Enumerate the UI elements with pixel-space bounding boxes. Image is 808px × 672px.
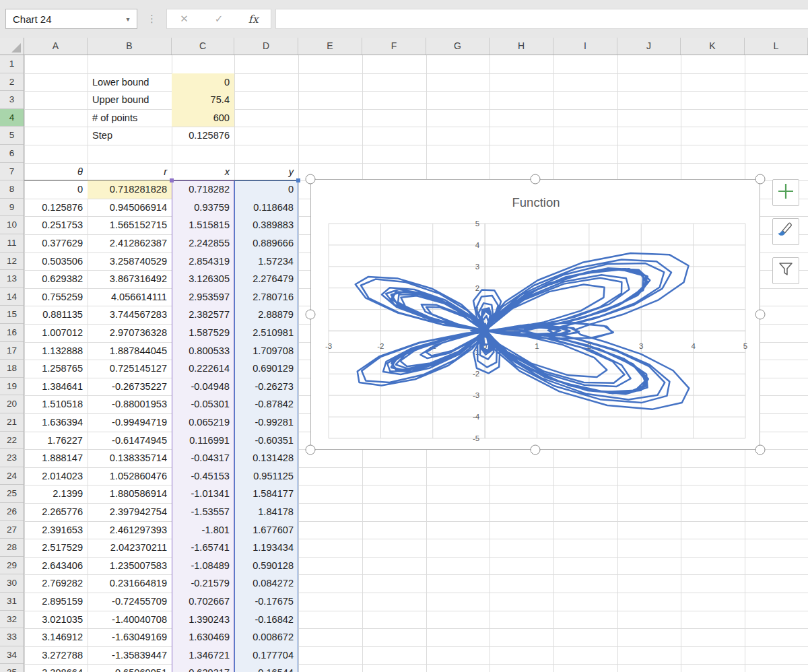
row-header-31[interactable]: 31	[0, 593, 24, 611]
table-cell[interactable]: 1.630469	[172, 628, 234, 646]
table-cell[interactable]: 1.384641	[24, 378, 88, 396]
table-cell[interactable]: 0.945066914	[88, 199, 172, 217]
table-cell[interactable]: 0.231664819	[88, 574, 172, 593]
row-header-27[interactable]: 27	[0, 521, 24, 539]
table-cell[interactable]: 1.007012	[24, 324, 88, 342]
table-cell[interactable]: 1.235007583	[88, 557, 172, 575]
table-cell[interactable]: -1.63049169	[88, 628, 172, 646]
row-header-3[interactable]: 3	[0, 91, 24, 109]
table-cell[interactable]: 0.118648	[234, 199, 298, 217]
row-header-21[interactable]: 21	[0, 413, 24, 432]
cancel-icon[interactable]: ✕	[173, 13, 196, 25]
param-value-2[interactable]: 0	[172, 73, 234, 92]
row-header-30[interactable]: 30	[0, 574, 24, 593]
table-cell[interactable]: 2.242855	[172, 234, 234, 253]
table-cell[interactable]: 2.382577	[172, 306, 234, 324]
row-header-18[interactable]: 18	[0, 360, 24, 378]
table-col-header-0[interactable]: θ	[24, 163, 88, 181]
table-cell[interactable]: 1.510518	[24, 395, 88, 413]
table-col-header-3[interactable]: y	[234, 163, 298, 181]
table-cell[interactable]: 2.461297393	[88, 521, 172, 539]
column-header-E[interactable]: E	[298, 38, 362, 55]
table-cell[interactable]: -0.60351	[234, 432, 298, 450]
row-header-7[interactable]: 7	[0, 163, 24, 181]
table-cell[interactable]: -1.53557	[172, 503, 234, 521]
table-cell[interactable]: 0.718281828	[88, 180, 172, 199]
table-cell[interactable]: 2.391653	[24, 521, 88, 539]
table-cell[interactable]: 1.132888	[24, 342, 88, 360]
chart-elements-button[interactable]	[772, 179, 799, 206]
table-cell[interactable]: 2.510981	[234, 324, 298, 342]
table-cell[interactable]: 3.258740529	[88, 253, 172, 271]
chart-resize-handle[interactable]	[531, 445, 541, 455]
table-cell[interactable]: -0.65069951	[88, 664, 172, 672]
table-cell[interactable]: 1.57234	[234, 253, 298, 271]
table-cell[interactable]: 2.042370211	[88, 539, 172, 557]
table-cell[interactable]: 1.709708	[234, 342, 298, 360]
row-header-2[interactable]: 2	[0, 73, 24, 92]
table-cell[interactable]: 0.177704	[234, 646, 298, 665]
table-cell[interactable]: 3.021035	[24, 611, 88, 629]
table-cell[interactable]: 3.867316492	[88, 270, 172, 288]
chart[interactable]: -3-2-1012345543210-1-2-3-4-5Function	[310, 179, 760, 450]
table-cell[interactable]: 0.377629	[24, 234, 88, 253]
table-cell[interactable]: 0.251753	[24, 216, 88, 234]
column-header-C[interactable]: C	[172, 38, 234, 55]
row-header-34[interactable]: 34	[0, 646, 24, 665]
column-header-H[interactable]: H	[490, 38, 553, 55]
name-box[interactable]: Chart 24 ▾	[5, 9, 137, 29]
row-header-29[interactable]: 29	[0, 557, 24, 575]
row-header-23[interactable]: 23	[0, 449, 24, 467]
table-cell[interactable]: -1.08489	[172, 557, 234, 575]
row-header-1[interactable]: 1	[0, 55, 24, 73]
row-header-24[interactable]: 24	[0, 467, 24, 485]
row-header-16[interactable]: 16	[0, 324, 24, 342]
table-cell[interactable]: 1.515815	[172, 216, 234, 234]
table-cell[interactable]: 0.889666	[234, 234, 298, 253]
row-header-35[interactable]: 35	[0, 664, 24, 672]
table-cell[interactable]: 0.131428	[234, 449, 298, 467]
chart-resize-handle[interactable]	[755, 174, 766, 184]
row-header-12[interactable]: 12	[0, 253, 24, 271]
row-header-14[interactable]: 14	[0, 288, 24, 306]
row-header-28[interactable]: 28	[0, 539, 24, 557]
param-label-5[interactable]: Step	[88, 127, 172, 145]
table-cell[interactable]: 2.397942754	[88, 503, 172, 521]
table-cell[interactable]: 4.056614111	[88, 288, 172, 306]
table-cell[interactable]: 1.888147	[24, 449, 88, 467]
column-header-J[interactable]: J	[617, 38, 681, 55]
table-cell[interactable]: 1.565152715	[88, 216, 172, 234]
chart-resize-handle[interactable]	[306, 310, 316, 320]
table-cell[interactable]: -0.99281	[234, 413, 298, 432]
column-header-D[interactable]: D	[234, 38, 298, 55]
table-cell[interactable]: 0.116991	[172, 432, 234, 450]
table-cell[interactable]: 3.146912	[24, 628, 88, 646]
column-header-K[interactable]: K	[681, 38, 745, 55]
table-cell[interactable]: 0.690129	[234, 360, 298, 378]
chart-resize-handle[interactable]	[306, 174, 316, 184]
row-header-17[interactable]: 17	[0, 342, 24, 360]
row-header-13[interactable]: 13	[0, 270, 24, 288]
row-header-8[interactable]: 8	[0, 180, 24, 199]
row-header-15[interactable]: 15	[0, 306, 24, 324]
row-header-10[interactable]: 10	[0, 216, 24, 234]
row-header-11[interactable]: 11	[0, 234, 24, 253]
table-cell[interactable]: -0.61474945	[88, 432, 172, 450]
table-cell[interactable]: 2.895159	[24, 593, 88, 611]
table-cell[interactable]: 0.503506	[24, 253, 88, 271]
table-cell[interactable]: 3.272788	[24, 646, 88, 665]
table-cell[interactable]: 0.222614	[172, 360, 234, 378]
table-col-header-2[interactable]: x	[172, 163, 234, 181]
table-cell[interactable]: 0.725145127	[88, 360, 172, 378]
column-header-L[interactable]: L	[745, 38, 808, 55]
column-header-G[interactable]: G	[426, 38, 490, 55]
table-cell[interactable]: 1.587529	[172, 324, 234, 342]
select-all-corner[interactable]	[0, 38, 24, 55]
chart-resize-handle[interactable]	[531, 174, 541, 184]
table-cell[interactable]: 2.1399	[24, 485, 88, 503]
table-cell[interactable]: -0.26273	[234, 378, 298, 396]
table-cell[interactable]: 1.880586914	[88, 485, 172, 503]
table-cell[interactable]: 1.193434	[234, 539, 298, 557]
table-cell[interactable]: 3.744567283	[88, 306, 172, 324]
table-cell[interactable]: -0.05301	[172, 395, 234, 413]
